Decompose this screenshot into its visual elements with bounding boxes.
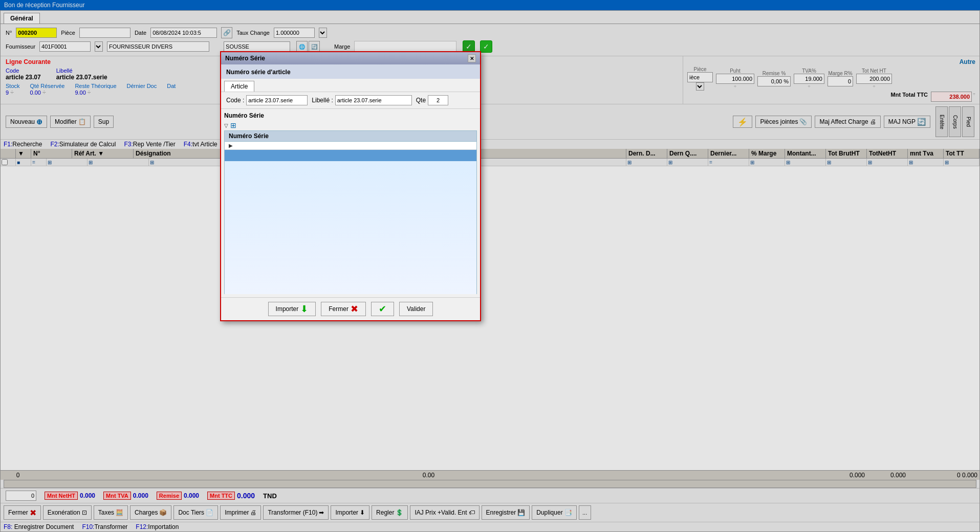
modal-qte-input[interactable] [428,95,448,105]
serie-title: Numéro Série [224,112,477,119]
modal-title-bar: Numéro Série ✕ [221,52,480,64]
modal-overlay [0,0,980,532]
modal-tab-bar: Article [221,79,480,92]
modal-title: Numéro Série [225,55,265,62]
serie-row-expand-icon[interactable]: ▶ [229,143,233,148]
serie-expand-row: ▶ [225,142,476,150]
serie-add-icon[interactable]: ⊞ [230,121,236,129]
modal-libelle-input[interactable] [335,95,412,105]
modal-code-field: Code : [226,95,308,105]
serie-table-header: Numéro Série [225,131,476,142]
modal-close-btn[interactable]: ✕ [468,54,476,62]
fermer-modal-btn[interactable]: Fermer ✖ [321,302,366,316]
validate-modal-btn[interactable]: ✔ [371,302,394,316]
serie-col-header: Numéro Série [229,132,269,140]
modal-dialog: Numéro Série ✕ Numéro série d'article Ar… [220,51,481,321]
modal-footer: Importer ⬇ Fermer ✖ ✔ Valider [221,297,480,320]
modal-header: Numéro série d'article [221,64,480,79]
fermer-modal-icon: ✖ [351,303,358,315]
importer-arrow-icon: ⬇ [300,303,308,315]
serie-toolbar: ▽ ⊞ [224,121,477,129]
modal-article-row: Code : Libellé : Qte [221,92,480,109]
expand-tree-icon[interactable]: ▽ [224,123,228,128]
modal-tab-article[interactable]: Article [224,81,254,92]
modal-qte-field: Qte [416,95,448,105]
serie-section: Numéro Série ▽ ⊞ Numéro Série ▶ [221,109,480,297]
serie-empty-area [225,161,476,294]
serie-selected-row[interactable] [225,150,476,161]
valider-modal-btn[interactable]: Valider [399,302,433,316]
serie-table-area: Numéro Série ▶ [224,130,477,294]
importer-modal-btn[interactable]: Importer ⬇ [268,302,316,316]
modal-libelle-field: Libellé : [312,95,411,105]
validate-check-icon: ✔ [379,303,386,315]
modal-code-input[interactable] [246,95,308,105]
